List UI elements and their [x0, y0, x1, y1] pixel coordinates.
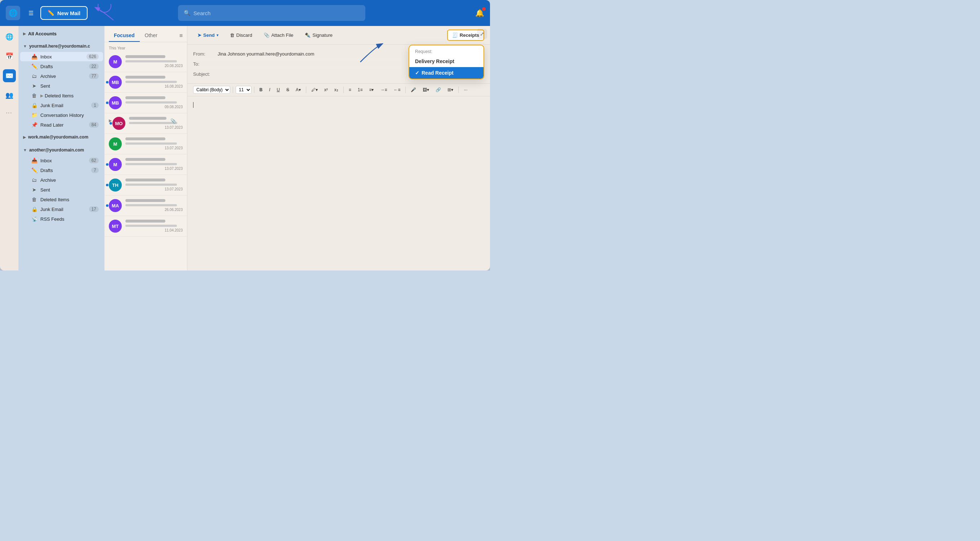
- sidebar-item-account3-deleted[interactable]: 🗑 Deleted Items: [20, 195, 103, 204]
- email-date: 13.07.2023: [129, 126, 183, 129]
- email-item[interactable]: TH 13.07.2023: [105, 175, 187, 195]
- avatar: M: [109, 137, 122, 150]
- delivery-receipt-option[interactable]: Delivery Receipt: [409, 56, 484, 67]
- a3-deleted-label: Deleted Items: [40, 197, 99, 202]
- filter-icon[interactable]: ≡: [180, 32, 183, 39]
- sidebar-item-sent[interactable]: ➤ Sent: [20, 81, 103, 91]
- email-meta: 26.06.2023: [126, 199, 183, 212]
- archive-icon: 🗂: [31, 73, 37, 79]
- focused-tab[interactable]: Focused: [109, 30, 140, 42]
- all-accounts-header[interactable]: ▶ All Accounts: [19, 29, 105, 38]
- drafts-label: Drafts: [40, 64, 86, 69]
- email-item[interactable]: M 13.07.2023: [105, 134, 187, 154]
- rail-globe-icon[interactable]: 🌐: [3, 30, 16, 43]
- superscript-button[interactable]: x²: [322, 86, 330, 94]
- sidebar-item-junk[interactable]: 🔒 Junk Email 1: [20, 101, 103, 110]
- email-item[interactable]: M 20.08.2023: [105, 51, 187, 72]
- more-format-button[interactable]: ···: [461, 86, 470, 94]
- drafts-count: 22: [89, 64, 99, 69]
- junk-icon: 🔒: [31, 102, 37, 108]
- send-button[interactable]: ➤ Send ▾: [193, 30, 223, 40]
- expand-button[interactable]: ⤢: [477, 29, 487, 39]
- rail-more-icon[interactable]: ···: [2, 108, 17, 117]
- other-tab[interactable]: Other: [140, 30, 162, 42]
- email-preview: [126, 163, 177, 165]
- signature-icon: ✒️: [305, 32, 310, 38]
- mic-button[interactable]: 🎤: [408, 86, 418, 94]
- a3-archive-label: Archive: [40, 177, 99, 183]
- sidebar-item-deleted[interactable]: 🗑 ▶ Deleted Items: [20, 91, 103, 100]
- sidebar-item-archive[interactable]: 🗂 Archive 77: [20, 72, 103, 81]
- bold-button[interactable]: B: [257, 86, 265, 94]
- font-size-select[interactable]: 11: [235, 86, 251, 94]
- align-button[interactable]: ≡▾: [366, 86, 376, 94]
- search-bar[interactable]: 🔍 Search: [178, 5, 365, 21]
- drafts-icon: ✏️: [31, 64, 37, 69]
- rail-mail-icon[interactable]: ✉️: [3, 69, 16, 82]
- globe-icon[interactable]: 🌐: [6, 6, 20, 20]
- table-button[interactable]: ⊞▾: [445, 86, 456, 94]
- sidebar-item-read-later[interactable]: 📌 Read Later 84: [20, 120, 103, 129]
- font-color-button[interactable]: A▾: [293, 86, 303, 94]
- email-preview: [126, 142, 177, 145]
- account2-header[interactable]: ▶ work.male@yourdomain.com: [19, 132, 105, 142]
- sidebar-item-account3-rss[interactable]: 📡 RSS Feeds: [20, 214, 103, 223]
- account3-email: another@yourdomain.com: [29, 147, 100, 153]
- email-item[interactable]: MB 16.08.2023: [105, 72, 187, 93]
- sidebar-item-account3-archive[interactable]: 🗂 Archive: [20, 175, 103, 185]
- sidebar-item-account3-drafts[interactable]: ✏️ Drafts 7: [20, 166, 103, 175]
- email-meta: 13.07.2023: [126, 137, 183, 150]
- image-button[interactable]: 🖼▾: [420, 86, 432, 94]
- subscript-button[interactable]: x₂: [332, 86, 341, 94]
- account3-chevron: ▼: [23, 148, 27, 152]
- indent-button[interactable]: →≡: [378, 86, 390, 94]
- email-subject: [126, 158, 165, 161]
- all-accounts-label: All Accounts: [28, 31, 57, 37]
- sidebar-item-account3-sent[interactable]: ➤ Sent: [20, 185, 103, 195]
- notification-bell-icon[interactable]: 🔔: [475, 9, 484, 17]
- hamburger-menu[interactable]: ☰: [24, 6, 37, 19]
- strikethrough-button[interactable]: S: [284, 86, 292, 94]
- sidebar-item-conversation-history[interactable]: 📁 Conversation History: [20, 110, 103, 120]
- send-icon: ➤: [197, 32, 201, 38]
- read-receipt-option[interactable]: ✓ Read Receipt: [409, 67, 484, 79]
- sidebar-item-drafts[interactable]: ✏️ Drafts 22: [20, 62, 103, 71]
- signature-button[interactable]: ✒️ Signature: [301, 30, 337, 40]
- numbered-list-button[interactable]: 1≡: [355, 86, 365, 94]
- new-mail-button[interactable]: ✏️ New Mail: [40, 6, 88, 20]
- email-date: 20.08.2023: [126, 64, 183, 68]
- top-bar-right: 🔔: [475, 9, 484, 17]
- email-item[interactable]: MB 09.08.2023: [105, 93, 187, 113]
- link-button[interactable]: 🔗: [433, 86, 444, 94]
- sidebar-item-account3-junk[interactable]: 🔒 Junk Email 17: [20, 204, 103, 214]
- bullet-list-button[interactable]: ≡: [346, 86, 354, 94]
- sidebar-item-account3-inbox[interactable]: 📥 Inbox 62: [20, 156, 103, 165]
- focused-other-tabs: Focused Other ≡: [105, 26, 187, 42]
- font-family-select[interactable]: Calibri (Body): [193, 86, 230, 94]
- attach-file-button[interactable]: 📎 Attach File: [259, 30, 298, 40]
- discard-button[interactable]: 🗑 Discard: [226, 30, 256, 40]
- underline-button[interactable]: U: [274, 86, 282, 94]
- highlight-button[interactable]: 🖊▾: [309, 86, 320, 94]
- text-cursor: [193, 102, 194, 108]
- receipts-icon: 🧾: [452, 32, 458, 38]
- italic-button[interactable]: I: [267, 86, 273, 94]
- rail-people-icon[interactable]: 👥: [3, 89, 16, 102]
- email-item[interactable]: M 13.07.2023: [105, 154, 187, 175]
- account1-header[interactable]: ▼ yourmail.here@yourdomain.c: [19, 41, 105, 51]
- email-item[interactable]: MA 26.06.2023: [105, 195, 187, 216]
- a3-rss-icon: 📡: [31, 216, 37, 222]
- a3-rss-label: RSS Feeds: [40, 216, 99, 222]
- email-item[interactable]: MT 11.04.2023: [105, 216, 187, 236]
- inbox-count: 626: [86, 54, 99, 59]
- rail-calendar-icon[interactable]: 📅: [3, 50, 16, 63]
- outdent-button[interactable]: ←≡: [391, 86, 403, 94]
- toolbar-separator: [405, 86, 406, 93]
- annotation-arrow-1: [92, 4, 121, 22]
- a3-deleted-icon: 🗑: [31, 196, 37, 202]
- compose-body[interactable]: [187, 96, 490, 270]
- svg-point-0: [98, 4, 111, 12]
- account3-header[interactable]: ▼ another@yourdomain.com: [19, 145, 105, 155]
- sidebar-item-inbox[interactable]: 📥 Inbox 626: [20, 52, 103, 61]
- email-item[interactable]: ▶ MO 13.07.2023 📎: [105, 113, 187, 134]
